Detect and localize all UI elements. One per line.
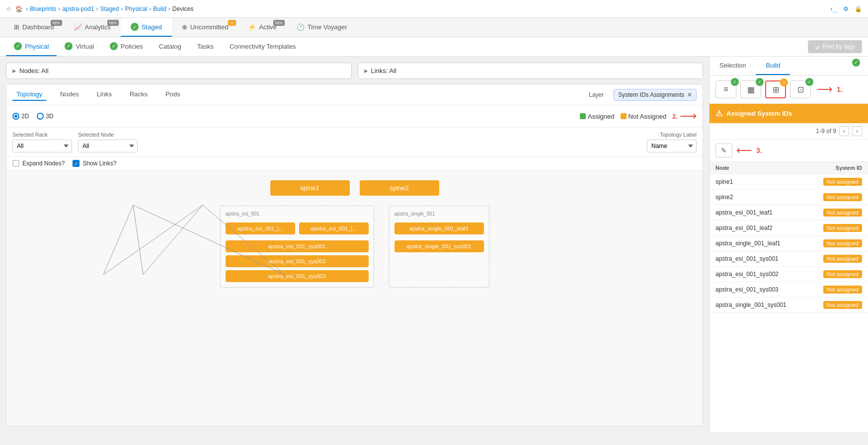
sub-tab-connectivity[interactable]: Connectivity Templates [222,38,304,56]
table-row[interactable]: apstra_single_001_leaf1 Not assigned [710,236,868,251]
breadcrumb-build[interactable]: Build [153,5,166,12]
node-esi-leaf1[interactable]: apstra_esi_001_l... [226,222,295,234]
breadcrumb-blueprints[interactable]: Blueprints [30,5,56,12]
sub-tab-catalog[interactable]: Catalog [151,38,189,56]
node-esi-leaf2[interactable]: apstra_esi_001_l... [299,222,369,234]
build-icon-sysid[interactable]: ⊞ ⚠ [765,80,786,98]
topo-tab-racks[interactable]: Racks [126,88,152,101]
rack-icon: ▦ [747,85,755,94]
warn-icon: ⚠ [715,109,722,118]
breadcrumb-bar: ☆ 🏠 › Blueprints › apstra-pod1 › Staged … [0,0,868,18]
topo-tab-pods[interactable]: Pods [161,88,184,101]
sub-tabs: ✓ Physical ✓ Virtual ✓ Policies Catalog … [0,37,868,57]
staged-icon: ✓ [131,23,139,31]
breadcrumb-pod[interactable]: apstra-pod1 [62,5,94,12]
spine-row: spine1 spine2 [270,180,439,196]
rack-filter-group: Selected Rack All [12,132,72,152]
nodes-filter-bar[interactable]: ▶ Nodes: All [6,63,352,79]
nodes-filter-arrow: ▶ [12,68,16,74]
terminal-icon[interactable]: ›_ [829,5,837,12]
node-single-sys001[interactable]: apstra_single_001_sys001 [395,240,484,252]
build-icon-list[interactable]: ≡ ✓ [715,80,736,98]
view-2d[interactable]: 2D [12,113,29,120]
tab-staged[interactable]: ✓ Staged [121,18,172,37]
lock-icon[interactable]: 🔒 [855,5,862,12]
rack-esi-systems: apstra_esi_001_sys001 apstra_esi_001_sys… [226,240,369,282]
node-filter-group: Selected Node All [78,132,138,152]
node-spine1[interactable]: spine1 [270,180,350,196]
topology-label-filter: Topology Label Name [647,132,697,152]
table-node-name: apstra_single_001_sys001 [715,301,787,308]
sub-tab-virtual[interactable]: ✓ Virtual [57,37,102,56]
table-row[interactable]: apstra_esi_001_sys001 Not assigned [710,251,868,267]
settings-icon[interactable]: ⚙ [843,5,849,12]
breadcrumb-sep-6: › [168,5,170,12]
rack-filter-label: Selected Rack [12,132,72,138]
topo-tab-links[interactable]: Links [93,88,116,101]
right-tab-build[interactable]: Build [756,57,790,75]
breadcrumb-physical[interactable]: Physical [125,5,147,12]
tab-analytics-badge: N/A [107,20,119,26]
right-tab-selection[interactable]: Selection [710,57,756,75]
table-row[interactable]: apstra_esi_001_leaf1 Not assigned [710,205,868,221]
table-row[interactable]: apstra_esi_001_sys002 Not assigned [710,267,868,282]
breadcrumb-staged[interactable]: Staged [100,5,119,12]
table-row[interactable]: apstra_single_001_sys001 Not assigned [710,297,868,313]
layer-close-icon[interactable]: ✕ [687,91,692,98]
sub-tab-physical[interactable]: ✓ Physical [6,37,57,56]
build-icon-assign[interactable]: ⊡ ✓ [790,80,811,98]
assigned-header: ⚠ Assigned System IDs [710,104,868,123]
tab-analytics[interactable]: 📈 Analytics N/A [64,18,121,37]
table-row[interactable]: apstra_esi_001_sys003 Not assigned [710,282,868,297]
tab-staged-label: Staged [142,23,162,31]
table-row[interactable]: apstra_esi_001_leaf2 Not assigned [710,221,868,236]
node-col-header: Node [715,165,729,171]
prev-page-button[interactable]: ‹ [839,126,849,136]
home-icon[interactable]: 🏠 [15,5,23,12]
not-assigned-badge: Not assigned [823,224,862,232]
tab-time-voyager-label: Time Voyager [308,23,347,31]
next-page-button[interactable]: › [852,126,862,136]
table-node-name: spine2 [715,194,733,201]
sub-tab-tasks[interactable]: Tasks [189,38,222,56]
tab-active[interactable]: ⚡ Active N/A [238,18,286,37]
node-esi-sys001[interactable]: apstra_esi_001_sys001 [226,240,369,252]
node-esi-sys002[interactable]: apstra_esi_001_sys002 [226,255,369,267]
table-row[interactable]: spine1 Not assigned [710,174,868,190]
sys-table-header: Node System ID [710,162,868,174]
physical-check: ✓ [14,42,22,50]
layer-value: System IDs Assignments [618,91,684,98]
links-filter-bar[interactable]: ▶ Links: All [358,63,704,79]
tab-dashboard-label: Dashboard [22,23,54,31]
node-esi-sys003[interactable]: apstra_esi_001_sys003 [226,270,369,282]
edit-button[interactable]: ✎ [715,144,732,157]
legend-not-assigned: Not Assigned [621,113,667,120]
tab-uncommitted[interactable]: ⊕ Uncommitted ⚠ [172,18,238,37]
star-icon[interactable]: ☆ [6,5,11,12]
tab-time-voyager[interactable]: 🕐 Time Voyager [287,18,357,37]
table-node-name: apstra_esi_001_sys003 [715,286,779,293]
show-links-checkbox[interactable]: ✓ Show Links? [73,160,116,167]
legend-assigned-dot [580,113,586,119]
node-spine2[interactable]: spine2 [360,180,439,196]
topology-label-select[interactable]: Name [647,140,697,152]
topo-tab-topology[interactable]: Topology [12,88,46,101]
table-row[interactable]: spine2 Not assigned [710,190,868,205]
find-tags-button[interactable]: ⊿ Find by tags [808,40,862,53]
topo-tab-nodes[interactable]: Nodes [56,88,83,101]
tab-active-badge: N/A [273,20,285,26]
expand-nodes-checkbox[interactable]: Expand Nodes? [12,160,65,167]
tab-dashboard[interactable]: ⊞ Dashboard N/A [4,18,64,37]
list-icon: ≡ [723,85,728,94]
view-3d[interactable]: 3D [37,113,53,120]
right-panel: Selection Build ✓ ≡ ✓ ▦ ✓ ⊞ ⚠ ⊡ ✓ ⟶ [709,57,868,432]
node-single-leaf1[interactable]: apstra_single_001_leaf1 [395,222,484,234]
topology-header: Topology Nodes Links Racks Pods Layer Sy… [6,84,703,105]
sub-tab-policies[interactable]: ✓ Policies [102,37,151,56]
build-icon-sysid-badge: ⚠ [780,78,788,86]
build-icon-rack[interactable]: ▦ ✓ [740,80,761,98]
policies-check: ✓ [110,42,118,50]
rack-filter-select[interactable]: All [12,140,72,152]
node-filter-select[interactable]: All [78,140,138,152]
tab-dashboard-badge: N/A [51,20,62,26]
